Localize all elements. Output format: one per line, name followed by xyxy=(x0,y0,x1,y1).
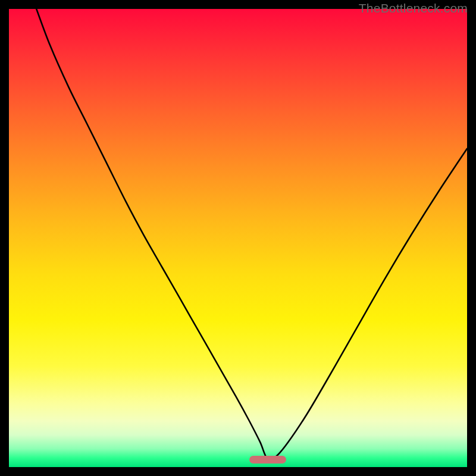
bottleneck-curve xyxy=(9,9,467,467)
watermark-text: TheBottleneck.com xyxy=(359,1,468,15)
optimum-marker xyxy=(249,456,286,464)
gradient-plot-area xyxy=(9,9,467,467)
chart-frame: TheBottleneck.com xyxy=(0,0,476,476)
